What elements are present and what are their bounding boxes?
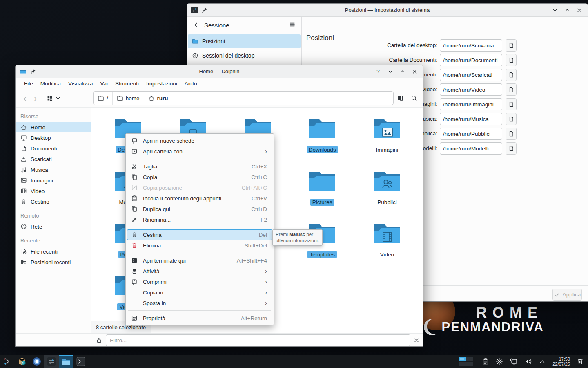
forward-button[interactable]: › (30, 94, 41, 102)
virtual-desktop-pager[interactable] (459, 357, 473, 366)
folder-path-input[interactable] (440, 113, 502, 125)
chevron-up-icon[interactable] (539, 358, 546, 365)
context-menu-item-apri-terminale-qui[interactable]: Apri terminale quiAlt+Shift+F4 (127, 255, 272, 266)
folder-item-pictures[interactable]: Pictures (292, 168, 353, 206)
pin-icon[interactable] (30, 68, 36, 75)
close-button[interactable] (412, 68, 418, 75)
shortcut-label: Ctrl+V (252, 195, 267, 202)
taskbar-package-manager[interactable] (15, 355, 29, 368)
settings-sidebar-item-posizioni[interactable]: Posizioni (188, 34, 301, 48)
folder-path-input[interactable] (440, 54, 502, 66)
context-menu-item-attivit[interactable]: Attività› (127, 266, 272, 276)
breadcrumb-current[interactable]: ruru (144, 92, 172, 105)
settings-titlebar[interactable]: Posizioni — Impostazioni di sistema (187, 4, 588, 17)
folder-item-pubblici[interactable]: Pubblici (356, 168, 418, 206)
folder-path-input[interactable] (440, 142, 502, 155)
folder-path-input[interactable] (440, 39, 502, 52)
back-button[interactable]: ‹ (20, 94, 30, 102)
minimize-button[interactable] (387, 68, 394, 75)
places-item-scaricati[interactable]: Scaricati (16, 154, 91, 164)
folder-item-video[interactable]: Video (356, 221, 418, 258)
filter-input[interactable] (106, 334, 410, 346)
context-menu-item-cestina[interactable]: CestinaDel (127, 229, 272, 240)
help-button[interactable]: ? (375, 68, 381, 75)
context-menu-item-copia[interactable]: CopiaCtrl+C (127, 172, 272, 182)
brightness-icon[interactable] (496, 358, 503, 365)
folder-path-input[interactable] (440, 83, 502, 96)
places-item-musica[interactable]: Musica (16, 164, 91, 175)
menu-file[interactable]: File (20, 81, 37, 87)
settings-sidebar-item-sessioni-del-desktop[interactable]: Sessioni del desktop (188, 49, 301, 63)
apply-button[interactable]: Applica (552, 289, 582, 301)
places-item-cestino[interactable]: Cestino (16, 196, 91, 207)
maximize-button[interactable] (399, 68, 406, 75)
places-item-documenti[interactable]: Documenti (16, 143, 91, 154)
view-mode-button[interactable] (47, 95, 61, 101)
breadcrumb-root[interactable]: / (94, 92, 113, 105)
volume-icon[interactable] (524, 358, 532, 365)
hamburger-menu-icon[interactable] (289, 21, 296, 28)
taskbar-dolphin-task[interactable] (59, 355, 74, 368)
search-icon[interactable] (411, 95, 417, 101)
places-item-video[interactable]: Video (16, 186, 91, 196)
folder-path-input[interactable] (440, 98, 502, 110)
desktop-branding: ROME PENMANDRIVA (424, 307, 544, 335)
places-item-rete[interactable]: Rete (16, 221, 91, 232)
clipboard-icon[interactable] (482, 358, 489, 365)
context-menu-item-rinomina[interactable]: Rinomina...F2 (127, 214, 272, 225)
menu-modifica[interactable]: Modifica (37, 81, 65, 87)
places-item-file-recenti[interactable]: File recenti (16, 246, 91, 257)
taskbar-system-settings-task[interactable] (44, 355, 59, 368)
settings-back-label[interactable]: Sessione (204, 22, 229, 29)
breadcrumb-home-dir[interactable]: home (113, 92, 144, 105)
taskbar-browser[interactable] (29, 355, 44, 368)
context-menu-item-incolla-il-contenuto-degli-appunti[interactable]: Incolla il contenuto degli appunti...Ctr… (127, 193, 272, 204)
browse-folder-button[interactable] (506, 142, 517, 155)
folder-path-input[interactable] (440, 128, 502, 140)
places-item-home[interactable]: Home (16, 122, 91, 132)
folder-item-downloads[interactable]: Downloads (292, 116, 353, 153)
context-menu-item-taglia[interactable]: TagliaCtrl+X (127, 161, 272, 172)
browse-folder-button[interactable] (506, 39, 517, 52)
browse-folder-button[interactable] (506, 128, 517, 140)
clock[interactable]: 17:50 22/07/25 (552, 357, 570, 366)
close-button[interactable] (576, 7, 583, 13)
places-item-desktop[interactable]: Desktop (16, 132, 91, 143)
browse-folder-button[interactable] (506, 113, 517, 125)
split-view-icon[interactable] (397, 95, 403, 101)
lock-open-icon[interactable] (96, 337, 102, 343)
browse-folder-button[interactable] (506, 54, 517, 66)
browse-folder-button[interactable] (506, 98, 517, 110)
folder-path-input[interactable] (440, 69, 502, 81)
minimize-button[interactable] (552, 7, 558, 13)
menu-visualizza[interactable]: Visualizza (65, 81, 97, 87)
taskbar-app-launcher[interactable] (0, 355, 15, 368)
browse-folder-button[interactable] (506, 83, 517, 96)
maximize-button[interactable] (564, 7, 570, 13)
menu-aiuto[interactable]: Aiuto (181, 81, 201, 87)
back-icon[interactable] (193, 22, 199, 28)
places-item-immagini[interactable]: Immagini (16, 175, 91, 186)
folder-item-immagini[interactable]: Immagini (356, 116, 418, 153)
context-menu-item-label: Duplica qui (143, 206, 170, 212)
places-item-posizioni-recenti[interactable]: Posizioni recenti (16, 257, 91, 267)
menu-impostazioni[interactable]: Impostazioni (143, 81, 181, 87)
context-menu-item-apri-in-nuove-schede[interactable]: Apri in nuove schede (127, 135, 272, 146)
dolphin-titlebar[interactable]: Home — Dolphin ? (16, 65, 423, 78)
display-icon[interactable] (510, 358, 518, 365)
context-menu-item-propriet[interactable]: ProprietàAlt+Return (127, 313, 272, 323)
menu-vai[interactable]: Vai (97, 81, 112, 87)
context-menu-item-comprimi[interactable]: Comprimi› (127, 276, 272, 287)
context-menu-item-duplica-qui[interactable]: Duplica quiCtrl+D (127, 204, 272, 214)
browse-folder-button[interactable] (506, 69, 517, 81)
context-menu-item-apri-cartella-con[interactable]: Apri cartella con› (127, 146, 272, 157)
context-menu-item-elimina[interactable]: EliminaShift+Del (127, 240, 272, 251)
trash-icon[interactable] (577, 358, 584, 365)
places-section-remoto: Remoto (20, 213, 91, 219)
context-menu-item-copia-in[interactable]: Copia in› (127, 287, 272, 298)
taskbar-konsole[interactable] (74, 355, 88, 368)
pin-icon[interactable] (201, 7, 208, 13)
context-menu-item-sposta-in[interactable]: Sposta in› (127, 298, 272, 308)
menu-strumenti[interactable]: Strumenti (111, 81, 143, 87)
close-filter-icon[interactable] (413, 337, 420, 343)
